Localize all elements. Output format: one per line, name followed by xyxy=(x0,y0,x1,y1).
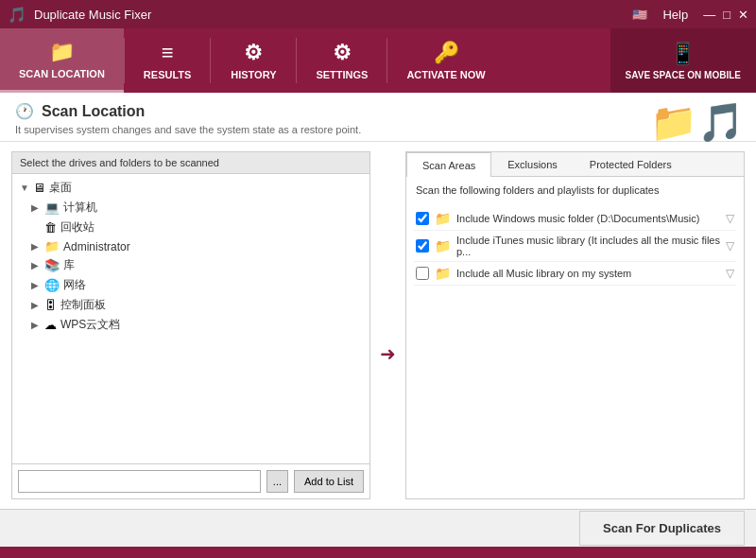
tree-label-recycle: 回收站 xyxy=(60,219,94,235)
main-content: 🕐 Scan Location It supervises system cha… xyxy=(0,93,756,509)
toolbar-save-mobile[interactable]: 📱 SAVE SPACE ON MOBILE xyxy=(610,28,756,93)
tree-item-desktop[interactable]: ▼ 🖥 桌面 xyxy=(16,178,366,198)
file-tree[interactable]: ▼ 🖥 桌面 ▶ 💻 计算机 🗑 回收站 xyxy=(12,174,369,463)
tree-toggle-network: ▶ xyxy=(31,280,44,290)
tree-item-control-panel[interactable]: ▶ 🎛 控制面板 xyxy=(16,295,366,315)
history-icon: ⚙ xyxy=(244,41,263,65)
toolbar-history[interactable]: ⚙ HISTORY xyxy=(211,28,296,93)
page-header: 🕐 Scan Location It supervises system cha… xyxy=(0,93,756,142)
arrow-icon: ➜ xyxy=(380,342,396,365)
scan-location-label: SCAN LOCATION xyxy=(19,68,105,79)
activate-label: ACTIVATE NOW xyxy=(406,69,485,80)
tree-icon-computer: 💻 xyxy=(44,201,60,215)
scan-item-itunes-checkbox[interactable] xyxy=(416,239,429,253)
scan-item-windows-checkbox[interactable] xyxy=(416,212,429,225)
action-bar: Scan For Duplicates xyxy=(0,509,756,547)
left-panel: Select the drives and folders to be scan… xyxy=(11,151,370,499)
clock-icon: 🕐 xyxy=(15,102,34,120)
tree-toggle-desktop: ▼ xyxy=(20,183,33,193)
scan-areas-header: Scan the following folders and playlists… xyxy=(406,177,744,203)
save-mobile-label: SAVE SPACE ON MOBILE xyxy=(626,70,741,80)
tree-item-network[interactable]: ▶ 🌐 网络 xyxy=(16,275,366,295)
tree-label-library: 库 xyxy=(63,257,75,273)
scan-list: 📁 Include Windows music folder (D:\Docum… xyxy=(406,203,744,498)
tabs-row: Scan Areas Exclusions Protected Folders xyxy=(406,152,744,177)
tree-label-computer: 计算机 xyxy=(63,200,97,216)
browse-button[interactable]: ... xyxy=(266,470,288,493)
scan-item-all-music-text: Include all Music library on my system xyxy=(456,268,720,279)
tree-item-recycle[interactable]: 🗑 回收站 xyxy=(16,218,366,237)
tree-icon-wps: ☁ xyxy=(44,318,57,332)
help-button[interactable]: Help xyxy=(662,8,688,22)
toolbar: 📁 SCAN LOCATION ≡ RESULTS ⚙ HISTORY ⚙ SE… xyxy=(0,28,756,93)
tree-toggle-computer: ▶ xyxy=(31,202,44,213)
maximize-button[interactable]: □ xyxy=(723,8,730,22)
scan-item-windows-text: Include Windows music folder (D:\Documen… xyxy=(456,213,720,224)
tree-icon-control: 🎛 xyxy=(44,298,57,312)
scan-item-windows: 📁 Include Windows music folder (D:\Docum… xyxy=(414,207,736,231)
tab-scan-areas[interactable]: Scan Areas xyxy=(406,152,491,177)
scan-item-all-music-filter[interactable]: ▽ xyxy=(726,267,734,280)
tree-toggle-library: ▶ xyxy=(31,260,44,270)
toolbar-activate[interactable]: 🔑 ACTIVATE NOW xyxy=(387,28,504,93)
scan-item-all-music: 📁 Include all Music library on my system… xyxy=(414,262,736,286)
results-label: RESULTS xyxy=(144,69,192,80)
add-to-list-button[interactable]: Add to List xyxy=(294,470,364,493)
toolbar-scan-location[interactable]: 📁 SCAN LOCATION xyxy=(0,28,124,93)
page-title-row: 🕐 Scan Location xyxy=(15,102,741,120)
settings-icon: ⚙ xyxy=(333,41,352,65)
title-bar: 🎵 Duplicate Music Fixer 🇺🇸 Help — □ ✕ xyxy=(0,0,756,28)
tree-icon-network: 🌐 xyxy=(44,278,60,292)
status-bar: ☰ Load Results Click on view result link… xyxy=(0,547,756,558)
middle-arrow: ➜ xyxy=(380,151,396,499)
scan-for-duplicates-button[interactable]: Scan For Duplicates xyxy=(579,511,745,546)
flag-icon: 🇺🇸 xyxy=(632,8,647,22)
tree-label-network: 网络 xyxy=(63,277,86,293)
toolbar-results[interactable]: ≡ RESULTS xyxy=(125,28,211,93)
scan-item-all-music-icon: 📁 xyxy=(435,266,451,281)
scan-item-itunes-icon: 📁 xyxy=(435,238,451,253)
scan-item-all-music-checkbox[interactable] xyxy=(416,267,429,280)
tree-toggle-admin: ▶ xyxy=(31,241,44,252)
tree-icon-recycle: 🗑 xyxy=(44,220,57,235)
results-icon: ≡ xyxy=(162,41,174,65)
tree-item-wps[interactable]: ▶ ☁ WPS云文档 xyxy=(16,315,366,335)
scan-item-itunes-filter[interactable]: ▽ xyxy=(726,239,734,253)
tree-icon-desktop: 🖥 xyxy=(33,181,45,195)
scan-item-windows-icon: 📁 xyxy=(435,211,451,226)
app-title: Duplicate Music Fixer xyxy=(34,8,632,22)
tree-item-computer[interactable]: ▶ 💻 计算机 xyxy=(16,198,366,218)
page-title-text: Scan Location xyxy=(42,103,145,120)
minimize-button[interactable]: — xyxy=(703,8,715,22)
tree-label-control: 控制面板 xyxy=(60,297,106,313)
history-label: HISTORY xyxy=(231,69,276,80)
right-panel: Scan Areas Exclusions Protected Folders … xyxy=(405,151,745,499)
toolbar-settings[interactable]: ⚙ SETTINGS xyxy=(297,28,387,93)
page-subtitle: It supervises system changes and save th… xyxy=(15,124,741,135)
tree-item-library[interactable]: ▶ 📚 库 xyxy=(16,255,366,275)
tree-icon-admin: 📁 xyxy=(44,239,60,253)
tree-item-admin[interactable]: ▶ 📁 Administrator xyxy=(16,237,366,255)
scan-item-windows-filter[interactable]: ▽ xyxy=(726,212,734,225)
path-input[interactable] xyxy=(18,470,261,493)
tree-label-wps: WPS云文档 xyxy=(60,317,120,333)
mobile-icon: 📱 xyxy=(670,42,696,66)
tree-toggle-control: ▶ xyxy=(31,300,44,310)
tab-exclusions[interactable]: Exclusions xyxy=(491,152,574,176)
close-button[interactable]: ✕ xyxy=(738,8,748,22)
header-folder-music-icon: 📁🎵 xyxy=(650,100,745,145)
tree-label-admin: Administrator xyxy=(63,240,130,253)
tab-protected-folders[interactable]: Protected Folders xyxy=(574,152,688,176)
scan-item-itunes: 📁 Include iTunes music library (It inclu… xyxy=(414,231,736,262)
toolbar-spacer xyxy=(505,28,610,93)
title-bar-controls: 🇺🇸 Help — □ ✕ xyxy=(632,8,748,22)
tree-toggle-recycle xyxy=(31,222,44,233)
tree-toggle-wps: ▶ xyxy=(31,320,44,330)
scan-item-itunes-text: Include iTunes music library (It include… xyxy=(456,235,720,257)
page-body: Select the drives and folders to be scan… xyxy=(0,142,756,509)
activate-icon: 🔑 xyxy=(434,41,459,65)
tree-label-desktop: 桌面 xyxy=(49,180,72,196)
settings-label: SETTINGS xyxy=(316,69,368,80)
scan-location-icon: 📁 xyxy=(49,40,75,64)
left-panel-header: Select the drives and folders to be scan… xyxy=(12,152,369,174)
